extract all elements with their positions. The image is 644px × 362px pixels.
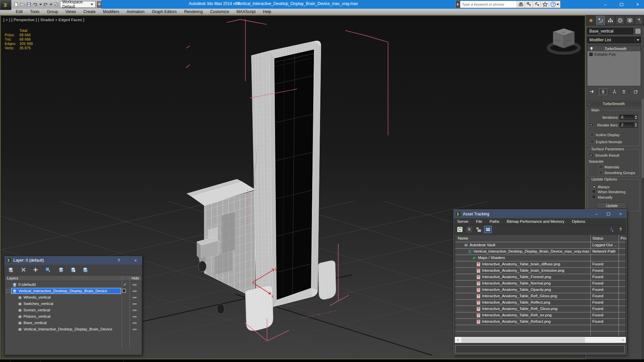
favorites-button[interactable]	[541, 1, 549, 8]
make-unique-button[interactable]	[610, 88, 619, 95]
name-column-header[interactable]: Name	[458, 236, 468, 240]
maximize-button[interactable]	[616, 0, 627, 9]
search-scope-button[interactable]	[456, 1, 460, 8]
menu-options[interactable]: Options	[572, 219, 585, 223]
layer-prop-box[interactable]	[122, 289, 126, 293]
tab-display[interactable]	[625, 16, 634, 25]
tab-hierarchy[interactable]	[606, 16, 615, 25]
object-name-field[interactable]: Base_vertical	[587, 28, 633, 35]
when-rendering-radio[interactable]	[592, 190, 596, 193]
explicit-normals-checkbox[interactable]	[590, 140, 594, 144]
layer-row-default[interactable]: 0 (default) ✓	[5, 281, 142, 288]
hide-toggle[interactable]	[132, 316, 137, 317]
layer-row-object[interactable]: Switches_vertical	[5, 301, 142, 307]
menu-animation[interactable]: Animation	[123, 9, 148, 14]
help-button[interactable]	[617, 226, 625, 233]
asset-row-maps-shaders[interactable]: Maps / Shaders	[455, 255, 626, 261]
asset-row-map[interactable]: Interactive_Anatomy_Table_Opacity.png Fo…	[455, 287, 626, 293]
workspace-dropdown[interactable]: Workspace: Default	[60, 1, 96, 8]
new-scene-button[interactable]	[13, 1, 18, 8]
asset-table-header[interactable]: Name Status Pro	[455, 235, 626, 242]
layer-row-object[interactable]: Pistons_vertical	[5, 313, 142, 320]
hide-toggle[interactable]	[132, 284, 137, 286]
layer-row-object[interactable]: Vertical_Interactive_Desktop_Display_Bra…	[5, 326, 142, 332]
undo-button[interactable]	[33, 1, 38, 8]
layer-list-header[interactable]: Layers Hide	[5, 275, 142, 281]
menu-help[interactable]: Help	[259, 9, 275, 14]
configure-modifier-sets-button[interactable]	[632, 88, 640, 95]
tab-motion[interactable]	[615, 16, 625, 25]
tab-modify[interactable]	[596, 16, 605, 25]
update-button[interactable]: Update	[597, 203, 627, 209]
subscription-button[interactable]	[525, 1, 533, 8]
layer-properties-button[interactable]	[81, 266, 90, 274]
asset-row-map[interactable]: Interactive_Anatomy_Table_Reflect.png Fo…	[455, 300, 626, 306]
asset-row-vault[interactable]: Autodesk Vault Logged Out ...	[455, 242, 626, 249]
menu-edit[interactable]: Edit	[12, 9, 26, 14]
menu-server[interactable]: Server	[457, 219, 469, 223]
panel-scrollbar[interactable]	[642, 99, 644, 359]
scroll-right-arrow[interactable]: ›	[620, 337, 626, 343]
project-toggle-button[interactable]	[54, 1, 59, 8]
menu-create[interactable]: Create	[80, 9, 99, 14]
minimize-button[interactable]: –	[600, 0, 611, 9]
asset-row-map[interactable]: Interactive_Anatomy_Table_Refl_Gloss.png…	[455, 293, 626, 300]
save-file-button[interactable]	[26, 1, 31, 8]
iterations-field[interactable]: 0	[620, 115, 634, 120]
add-selection-to-layer-button[interactable]	[69, 266, 77, 274]
delete-layer-button[interactable]	[19, 266, 28, 274]
context-help-button[interactable]	[607, 226, 615, 233]
menu-maxscript[interactable]: MAXScript	[233, 9, 259, 14]
scrollbar-thumb[interactable]	[462, 337, 585, 343]
tree-view-button[interactable]	[475, 226, 482, 233]
menu-tools[interactable]: Tools	[26, 9, 43, 14]
select-objects-in-layer-button[interactable]	[44, 266, 53, 274]
collapse-toggle[interactable]: -	[6, 289, 10, 293]
menu-graph-editors[interactable]: Graph Editors	[148, 9, 180, 14]
iterations-spinner[interactable]	[634, 115, 638, 120]
menu-bitmap-performance[interactable]: Bitmap Performance and Memory	[507, 219, 565, 223]
smooth-result-checkbox[interactable]: ✓	[589, 153, 593, 157]
hide-toggle[interactable]	[132, 322, 137, 324]
menu-paths[interactable]: Paths	[489, 219, 499, 223]
remove-modifier-button[interactable]	[620, 88, 628, 95]
object-color-swatch[interactable]	[635, 28, 641, 34]
menu-file[interactable]: File	[476, 219, 482, 223]
asset-row-map[interactable]: Interactive_Anatomy_Table_Refract.png Fo…	[455, 319, 626, 325]
asset-row-map[interactable]: Interactive_Anatomy_Table_Refr_Gloss.png…	[455, 306, 626, 312]
materials-checkbox[interactable]	[599, 165, 603, 169]
isoline-display-checkbox[interactable]	[590, 133, 594, 137]
dialog-close-button[interactable]: ×	[615, 210, 626, 218]
menu-modifiers[interactable]: Modifiers	[99, 9, 123, 14]
asset-row-map[interactable]: Interactive_Anatomy_Table_Refr_ior.png F…	[455, 312, 626, 319]
rollout-header-turbosmooth[interactable]: - TurboSmooth	[586, 101, 641, 107]
scroll-left-arrow[interactable]: ‹	[455, 337, 461, 343]
hide-toggle[interactable]	[132, 291, 137, 292]
render-iters-field[interactable]: 2	[620, 122, 634, 127]
redo-button[interactable]	[43, 1, 48, 8]
undo-dropdown-arrow[interactable]	[39, 4, 42, 5]
stack-item-editable-poly[interactable]: Editable Poly	[587, 51, 641, 57]
menu-group[interactable]: Group	[43, 9, 62, 14]
communication-center-button[interactable]	[533, 1, 541, 8]
proxy-column-header[interactable]: Pro	[621, 236, 627, 240]
asset-horizontal-scrollbar[interactable]: ‹ ›	[455, 337, 626, 343]
hide-toggle[interactable]	[132, 310, 137, 311]
add-to-layer-button[interactable]	[31, 266, 40, 274]
open-file-button[interactable]	[20, 1, 25, 8]
layer-palette-close-button[interactable]: ×	[130, 256, 141, 265]
hide-toggle[interactable]	[132, 297, 137, 298]
panel-scrollbar-thumb[interactable]	[642, 99, 644, 178]
help-button[interactable]: ?	[549, 1, 560, 8]
modifier-list-dropdown[interactable]: Modifier List	[587, 37, 641, 43]
tab-create[interactable]	[586, 16, 595, 25]
search-button[interactable]	[517, 1, 525, 8]
layer-row-selected[interactable]: - Vertical_Interactive_Desktop_Display_B…	[5, 288, 142, 294]
asset-row-map[interactable]: Interactive_Anatomy_Table_Normal.png Fou…	[455, 280, 626, 287]
layers-column-header[interactable]: Layers	[7, 276, 18, 280]
asset-row-map[interactable]: Interactive_Anatomy_Table_Fresnel.png Fo…	[455, 274, 626, 280]
asset-row-maxfile[interactable]: Vertical_Interactive_Desktop_Display_Bra…	[455, 249, 626, 255]
layer-row-object[interactable]: Wheels_vertical	[5, 294, 142, 301]
hide-toggle[interactable]	[132, 303, 137, 305]
pin-stack-button[interactable]	[588, 88, 596, 95]
